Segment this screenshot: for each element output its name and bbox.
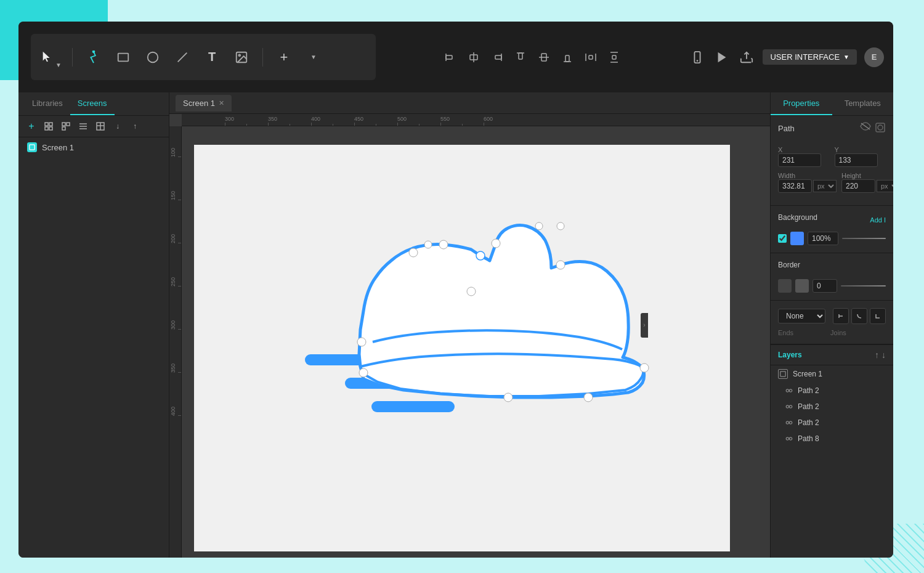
project-name-label: USER INTERFACE — [770, 52, 840, 62]
border-value-input[interactable] — [813, 279, 837, 293]
svg-point-86 — [359, 368, 368, 377]
layer-item-path2b[interactable]: Path 2 — [771, 399, 893, 415]
user-initial: E — [872, 52, 877, 62]
svg-point-103 — [786, 405, 788, 408]
layer-item-path2a[interactable]: Path 2 — [771, 383, 893, 399]
line-tool[interactable] — [171, 46, 193, 68]
canvas-viewport[interactable] — [182, 126, 770, 558]
cap-round-btn[interactable] — [851, 308, 867, 324]
height-group: Height px % — [841, 172, 893, 193]
play-btn[interactable] — [713, 49, 731, 66]
canvas-tab-screen1[interactable]: Screen 1 ✕ — [176, 95, 232, 112]
upload-btn[interactable] — [738, 49, 755, 66]
canvas-tab-close[interactable]: ✕ — [219, 99, 224, 107]
project-name-btn[interactable]: USER INTERFACE ▼ — [763, 49, 857, 65]
svg-rect-42 — [30, 145, 34, 150]
stroke-row: None — [778, 308, 886, 324]
bg-color-swatch[interactable] — [790, 232, 804, 245]
sidebar-sort-desc-btn[interactable]: ↓ — [111, 120, 124, 133]
width-unit-select[interactable]: px % — [813, 180, 837, 192]
tools-palette: ▼ — [31, 34, 376, 80]
y-input[interactable] — [835, 153, 878, 167]
canvas-background — [194, 145, 730, 551]
align-right-btn[interactable] — [488, 48, 506, 67]
align-top-btn[interactable] — [511, 48, 530, 67]
width-label: Width — [778, 172, 803, 179]
sidebar-grid-large-btn[interactable] — [59, 120, 73, 133]
add-bg-link[interactable]: Add I — [870, 216, 886, 224]
svg-point-84 — [439, 240, 448, 249]
border-color-swatch[interactable] — [778, 279, 792, 293]
tab-properties[interactable]: Properties — [771, 92, 832, 115]
image-tool[interactable] — [230, 46, 253, 68]
ends-label: Ends — [778, 329, 793, 336]
layer-item-path8[interactable]: Path 8 — [771, 431, 893, 447]
svg-rect-64 — [178, 156, 181, 157]
align-bottom-btn[interactable] — [558, 48, 577, 67]
svg-text:350: 350 — [170, 364, 176, 373]
svg-rect-46 — [268, 123, 269, 126]
layer-move-up[interactable]: ↑ — [875, 350, 879, 360]
mobile-btn[interactable] — [689, 49, 706, 66]
sidebar-sort-asc-btn[interactable]: ↑ — [128, 120, 142, 133]
visibility-toggle[interactable] — [860, 122, 871, 135]
ends-joins-row: Ends Joins — [778, 329, 886, 336]
opacity-input[interactable] — [808, 232, 838, 245]
height-unit-select[interactable]: px % — [877, 180, 893, 192]
select-tool[interactable]: ▼ — [40, 46, 62, 68]
svg-rect-8 — [446, 55, 452, 59]
tab-screens[interactable]: Screens — [70, 92, 115, 115]
mask-btn[interactable] — [875, 122, 886, 135]
ellipse-tool[interactable] — [142, 46, 164, 68]
align-center-v-btn[interactable] — [535, 48, 553, 67]
svg-rect-18 — [565, 55, 569, 62]
sidebar-grid-small-btn[interactable] — [42, 120, 55, 133]
sidebar-list-btn[interactable] — [76, 120, 90, 133]
align-left-btn[interactable] — [441, 48, 460, 67]
layer-item-path2c[interactable]: Path 2 — [771, 415, 893, 431]
cap-flat-btn[interactable] — [833, 308, 849, 324]
svg-point-109 — [786, 437, 788, 440]
svg-point-92 — [535, 222, 543, 230]
svg-rect-68 — [178, 243, 181, 243]
ruler-horizontal: .rtick{fill:#555;}.rlabel{fill:#777;font… — [182, 114, 770, 126]
tab-templates[interactable]: Templates — [832, 92, 894, 115]
add-tool[interactable]: + — [273, 46, 295, 68]
main-content: Libraries Screens + — [18, 92, 893, 558]
distribute-v-btn[interactable] — [605, 48, 623, 67]
x-input[interactable] — [778, 153, 821, 167]
sidebar-table-btn[interactable] — [94, 120, 107, 133]
rect-tool[interactable] — [112, 46, 134, 68]
svg-rect-21 — [589, 55, 593, 59]
right-panel-collapse[interactable]: › — [641, 313, 648, 338]
sidebar-add-btn[interactable]: + — [25, 120, 38, 133]
height-label: Height — [841, 172, 866, 179]
height-input[interactable] — [841, 179, 875, 193]
svg-rect-54 — [440, 123, 441, 126]
bg-header-row: Background Add I — [778, 213, 886, 227]
left-sidebar: Libraries Screens + — [18, 92, 169, 558]
sidebar-item-screen1[interactable]: Screen 1 — [18, 137, 169, 157]
cap-square-btn[interactable] — [870, 308, 886, 324]
bg-row — [778, 232, 886, 245]
user-avatar[interactable]: E — [864, 47, 884, 67]
stroke-section: None — [771, 301, 893, 344]
tab-libraries[interactable]: Libraries — [25, 92, 70, 115]
svg-point-106 — [786, 421, 788, 424]
bg-checkbox[interactable] — [778, 234, 787, 243]
width-group: Width px % — [778, 172, 837, 193]
text-tool[interactable]: T — [201, 46, 223, 68]
border-style-swatch[interactable] — [795, 279, 809, 293]
layer-screen1[interactable]: Screen 1 — [771, 365, 893, 383]
svg-point-107 — [789, 421, 792, 424]
align-center-h-btn[interactable] — [464, 48, 483, 67]
width-input[interactable] — [778, 179, 812, 193]
layers-header: Layers ↑ ↓ — [771, 345, 893, 365]
distribute-h-btn[interactable] — [582, 48, 600, 67]
svg-rect-2 — [118, 53, 129, 61]
svg-rect-50 — [354, 123, 355, 126]
more-tool[interactable]: ▼ — [302, 46, 325, 68]
stroke-type-select[interactable]: None — [778, 309, 825, 323]
layer-move-down[interactable]: ↓ — [881, 350, 886, 360]
pen-tool[interactable] — [83, 46, 105, 68]
